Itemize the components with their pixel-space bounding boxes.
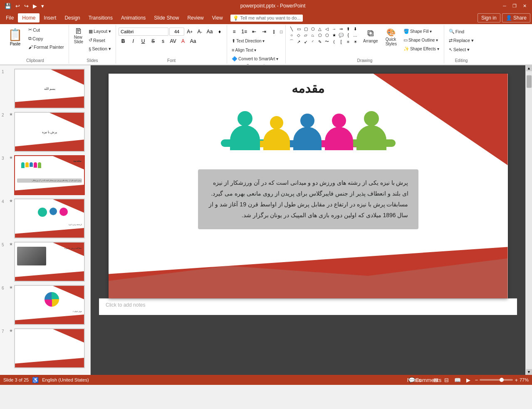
- right-scrollbar[interactable]: ▲ ▼: [525, 65, 532, 375]
- shape-sun[interactable]: ☀: [352, 39, 359, 45]
- italic-button[interactable]: I: [129, 37, 138, 45]
- select-button[interactable]: ↖ Select ▾: [447, 46, 476, 54]
- redo-button[interactable]: ↪: [23, 3, 30, 9]
- paste-button[interactable]: 📋 Paste: [4, 26, 26, 51]
- slide-canvas[interactable]: مقدمه: [109, 74, 508, 298]
- signin-button[interactable]: Sign in: [478, 13, 500, 22]
- shape-line[interactable]: ╲: [288, 26, 295, 32]
- shape-hex[interactable]: ⬡: [324, 32, 330, 38]
- notes-placeholder[interactable]: Click to add notes: [106, 302, 145, 308]
- slide-thumbnail-4[interactable]: 4 ★ تاریخچه پرش با نیزه: [2, 198, 89, 238]
- clear-format-button[interactable]: ♦: [215, 27, 224, 36]
- cut-button[interactable]: ✂ Cut: [26, 26, 66, 34]
- scroll-track[interactable]: [526, 71, 532, 369]
- arrange-button[interactable]: ⧉ Arrange: [360, 26, 381, 45]
- menu-home[interactable]: Home: [18, 13, 40, 22]
- change-case-button[interactable]: Aa: [205, 27, 214, 36]
- reset-button[interactable]: ↺ Reset: [87, 36, 113, 44]
- close-button[interactable]: ✕: [520, 2, 529, 9]
- shape-eq[interactable]: ≡: [345, 39, 351, 45]
- font-size-input[interactable]: [169, 27, 184, 36]
- zoom-in-button[interactable]: +: [515, 377, 518, 383]
- section-button[interactable]: § Section ▾: [87, 45, 113, 53]
- share-button[interactable]: 👤 Share: [502, 13, 530, 22]
- reading-view-button[interactable]: 📖: [453, 376, 462, 384]
- window-controls[interactable]: ─ ❐ ✕: [500, 2, 529, 9]
- shape-fill-button[interactable]: 🪣 Shape Fill ▾: [401, 27, 441, 35]
- shape-effects-button[interactable]: ✨ Shape Effects ▾: [401, 45, 441, 53]
- underline-button[interactable]: U: [139, 37, 148, 45]
- minimize-button[interactable]: ─: [500, 2, 509, 9]
- scroll-thumb[interactable]: [527, 75, 532, 88]
- shape-arc[interactable]: ◜: [309, 39, 316, 45]
- shape-arrow3[interactable]: ⬆: [345, 26, 351, 32]
- thumb-img-5[interactable]: مطالعه پرش با نیزه: [14, 242, 85, 282]
- increase-font-button[interactable]: A+: [185, 27, 194, 36]
- strikethrough-button[interactable]: S: [148, 37, 158, 45]
- slide-thumbnail-6[interactable]: 6 ★ عنوان اسلاید ۶: [2, 285, 89, 325]
- save-button[interactable]: 💾: [3, 3, 12, 9]
- decrease-indent-button[interactable]: ⇤: [250, 27, 259, 36]
- shape-rect[interactable]: ▭: [295, 26, 302, 32]
- shape-arrow4[interactable]: ⬇: [352, 26, 359, 32]
- shape-star[interactable]: ★: [331, 32, 337, 38]
- cols-button[interactable]: ⫿: [270, 27, 279, 36]
- numbering-button[interactable]: 1≡: [240, 27, 249, 36]
- shape-diamond[interactable]: ◇: [295, 32, 302, 38]
- shape-parallelogram[interactable]: ▱: [302, 32, 309, 38]
- shape-freeform[interactable]: ✎: [317, 39, 323, 45]
- bold-button[interactable]: B: [119, 37, 128, 45]
- spacing-button[interactable]: AV: [168, 37, 178, 45]
- quick-styles-button[interactable]: 🎨 QuickStyles: [383, 26, 400, 48]
- shape-oval[interactable]: ○: [288, 32, 295, 38]
- thumb-img-1[interactable]: بسم الله: [14, 69, 85, 109]
- slide-thumbnail-2[interactable]: 2 ★ پرش با نیزه: [2, 112, 89, 152]
- bullets-button[interactable]: ≡: [230, 27, 239, 36]
- normal-view-button[interactable]: ⊞: [432, 376, 440, 384]
- replace-button[interactable]: ⇄ Replace ▾: [447, 37, 476, 45]
- new-slide-button[interactable]: 🖹 NewSlide: [72, 26, 86, 46]
- slide-thumbnail-3[interactable]: 3 ★ مقدمه پرش با نیزه یکی: [2, 155, 89, 195]
- menu-design[interactable]: Design: [60, 13, 84, 22]
- shape-arrow2[interactable]: ⇒: [338, 26, 344, 32]
- menu-view[interactable]: View: [208, 13, 227, 22]
- menu-animations[interactable]: Animations: [117, 13, 150, 22]
- restore-button[interactable]: ❐: [510, 2, 519, 9]
- text-direction-button[interactable]: ⬆ Text Direction ▾: [230, 37, 267, 45]
- slide-thumbnails-panel[interactable]: 1 بسم الله 2 ★ پرش با نیزه: [0, 65, 91, 375]
- shape-arrow1[interactable]: →: [331, 26, 337, 32]
- convert-smartart-button[interactable]: 🔷 Convert to SmartArt ▾: [230, 55, 280, 63]
- thumb-img-7[interactable]: [14, 328, 85, 368]
- shape-connector[interactable]: ↗: [295, 39, 302, 45]
- slide-thumbnail-1[interactable]: 1 بسم الله: [2, 69, 89, 109]
- undo-button[interactable]: ↩: [14, 3, 21, 9]
- slideshow-button[interactable]: ▶: [464, 376, 473, 384]
- shape-snip[interactable]: ⬡: [309, 26, 316, 32]
- shape-outline-button[interactable]: ▭ Shape Outline ▾: [401, 36, 441, 44]
- shape-tri[interactable]: △: [317, 26, 323, 32]
- shape-scribble[interactable]: 〜: [324, 39, 330, 45]
- shape-more[interactable]: …: [352, 32, 359, 38]
- shape-curly[interactable]: ⟨: [331, 39, 337, 45]
- zoom-slider-track[interactable]: [480, 379, 513, 381]
- slide-thumbnail-5[interactable]: 5 ★ مطالعه پرش با نیزه: [2, 242, 89, 282]
- text-shadow-button[interactable]: s: [158, 37, 168, 45]
- quick-access-toolbar[interactable]: 💾 ↩ ↪ ▶ ▾: [3, 3, 45, 9]
- menu-insert[interactable]: Insert: [40, 13, 60, 22]
- tell-me-search[interactable]: 💡 Tell me what you want to do...: [230, 15, 303, 22]
- shape-elbow[interactable]: ↙: [302, 39, 309, 45]
- layout-button[interactable]: ▦ Layout ▾: [87, 27, 113, 35]
- font-color-button[interactable]: A: [178, 37, 188, 45]
- zoom-control[interactable]: − + 77%: [475, 377, 529, 383]
- slide-sorter-button[interactable]: ⊟: [443, 376, 451, 384]
- thumb-img-4[interactable]: تاریخچه پرش با نیزه: [14, 198, 85, 238]
- scroll-up-button[interactable]: ▲: [526, 65, 532, 71]
- font-name-input[interactable]: [119, 27, 168, 36]
- shape-rtri[interactable]: ◁: [324, 26, 330, 32]
- find-button[interactable]: 🔍 Find: [447, 27, 476, 35]
- shape-brace[interactable]: {: [345, 32, 351, 38]
- start-button[interactable]: ▶: [32, 3, 38, 9]
- thumb-img-6[interactable]: عنوان اسلاید ۶: [14, 285, 85, 325]
- slide-thumbnail-7[interactable]: 7 ★: [2, 328, 89, 368]
- menu-review[interactable]: Review: [183, 13, 208, 22]
